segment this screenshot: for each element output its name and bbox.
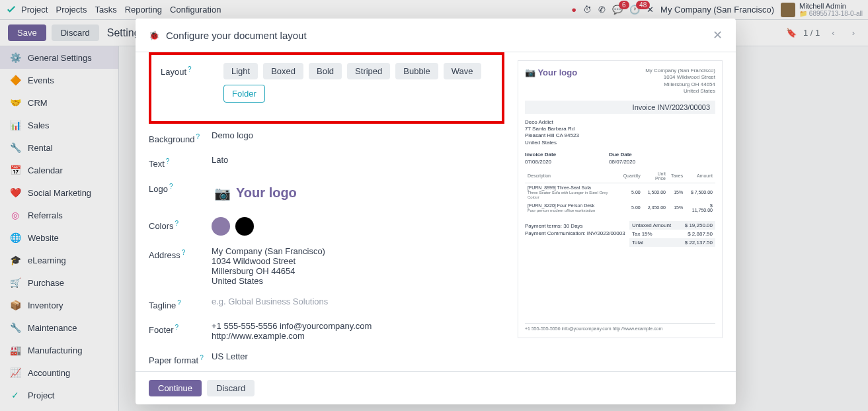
close-icon[interactable]: ✕	[713, 28, 723, 42]
footer-label: Footer?	[149, 321, 212, 335]
address-label: Address?	[149, 246, 212, 260]
colors-label: Colors?	[149, 217, 212, 231]
document-preview: 📷 Your logo My Company (San Francisco)10…	[518, 60, 723, 338]
modal-overlay[interactable]: 🐞 Configure your document layout ✕ Layou…	[0, 0, 868, 411]
text-value[interactable]: Lato	[212, 155, 504, 165]
color-swatches	[212, 217, 504, 236]
tagline-label: Tagline?	[149, 297, 212, 310]
bug-icon[interactable]: 🐞	[149, 30, 159, 40]
preview-logo: 📷 Your logo	[525, 68, 577, 95]
modal-title: Configure your document layout	[166, 30, 307, 41]
preview-table: DescriptionQuantityUnit PriceTaxesAmount…	[525, 169, 715, 214]
background-value[interactable]: Demo logo	[212, 130, 504, 140]
paper-value[interactable]: US Letter	[212, 351, 504, 361]
preview-footer: +1 555-555-5556 info@yourcompany.com htt…	[525, 323, 715, 331]
layout-label: Layout?	[161, 63, 223, 77]
camera-icon: 📷	[214, 185, 231, 201]
logo-placeholder[interactable]: 📷 Your logo	[212, 180, 299, 206]
tagline-input[interactable]: e.g. Global Business Solutions	[212, 297, 504, 306]
layout-option-bold[interactable]: Bold	[309, 63, 342, 79]
logo-label: Logo?	[149, 180, 212, 194]
background-label: Background?	[149, 130, 212, 144]
layout-option-boxed[interactable]: Boxed	[263, 63, 303, 79]
footer-value[interactable]: +1 555-555-5556 info@yourcompany.comhttp…	[212, 321, 504, 341]
modal-discard-button[interactable]: Discard	[207, 380, 255, 396]
paper-label: Paper format?	[149, 351, 212, 365]
color-swatch[interactable]	[212, 217, 230, 236]
text-label: Text?	[149, 155, 212, 169]
color-swatch[interactable]	[235, 217, 254, 236]
preview-title: Invoice INV/2023/00003	[525, 101, 715, 114]
address-value[interactable]: My Company (San Francisco)1034 Wildwood …	[212, 246, 504, 286]
layout-options: LightBoxedBoldStripedBubbleWaveFolder	[223, 63, 493, 103]
layout-option-striped[interactable]: Striped	[347, 63, 390, 79]
layout-highlight: Layout? LightBoxedBoldStripedBubbleWaveF…	[149, 52, 504, 124]
layout-option-light[interactable]: Light	[223, 63, 258, 79]
continue-button[interactable]: Continue	[149, 380, 202, 396]
layout-modal: 🐞 Configure your document layout ✕ Layou…	[136, 19, 736, 404]
layout-option-folder[interactable]: Folder	[223, 85, 265, 103]
layout-option-wave[interactable]: Wave	[444, 63, 481, 79]
layout-option-bubble[interactable]: Bubble	[395, 63, 438, 79]
